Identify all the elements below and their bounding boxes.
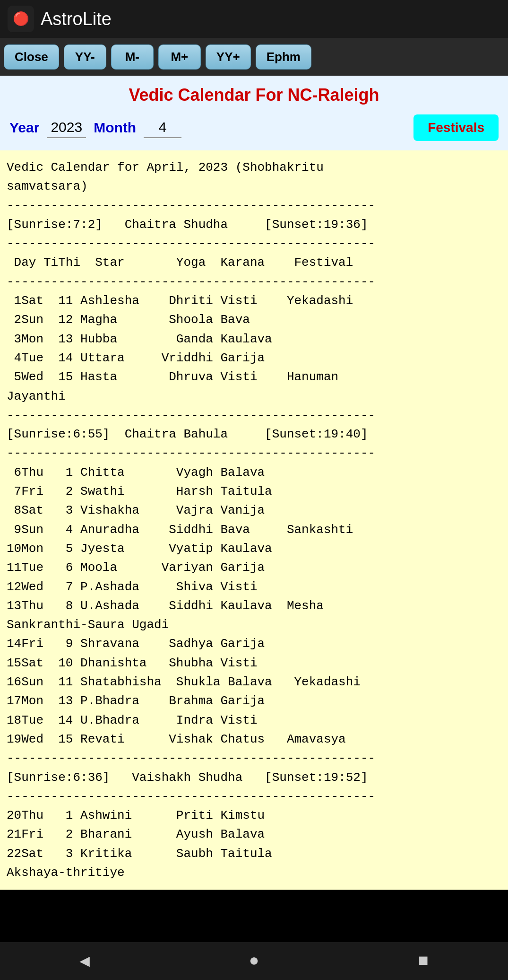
recent-button[interactable]: ■ xyxy=(404,947,443,976)
controls-row: Year 2023 Month 4 Festivals xyxy=(0,110,508,150)
top-bar: 🔴 AstroLite xyxy=(0,0,508,38)
bottom-nav: ◀ ● ■ xyxy=(0,942,508,980)
month-value[interactable]: 4 xyxy=(144,117,181,138)
year-value[interactable]: 2023 xyxy=(47,117,86,138)
home-button[interactable]: ● xyxy=(235,947,274,976)
year-label: Year xyxy=(9,120,39,136)
back-button[interactable]: ◀ xyxy=(65,946,104,976)
festivals-button[interactable]: Festivals xyxy=(413,114,499,141)
m-minus-button[interactable]: M- xyxy=(111,44,154,70)
close-button[interactable]: Close xyxy=(4,44,59,70)
yy-plus-button[interactable]: YY+ xyxy=(206,44,251,70)
page-title: Vedic Calendar For NC-Raleigh xyxy=(0,76,508,110)
ephm-button[interactable]: Ephm xyxy=(256,44,311,70)
toolbar: Close YY- M- M+ YY+ Ephm xyxy=(0,38,508,76)
app-title: AstroLite xyxy=(41,9,112,29)
calendar-content: Vedic Calendar for April, 2023 (Shobhakr… xyxy=(0,150,508,890)
yy-minus-button[interactable]: YY- xyxy=(64,44,106,70)
app-icon: 🔴 xyxy=(8,6,34,32)
month-label: Month xyxy=(94,120,136,136)
main-content: Vedic Calendar For NC-Raleigh Year 2023 … xyxy=(0,76,508,890)
m-plus-button[interactable]: M+ xyxy=(158,44,201,70)
